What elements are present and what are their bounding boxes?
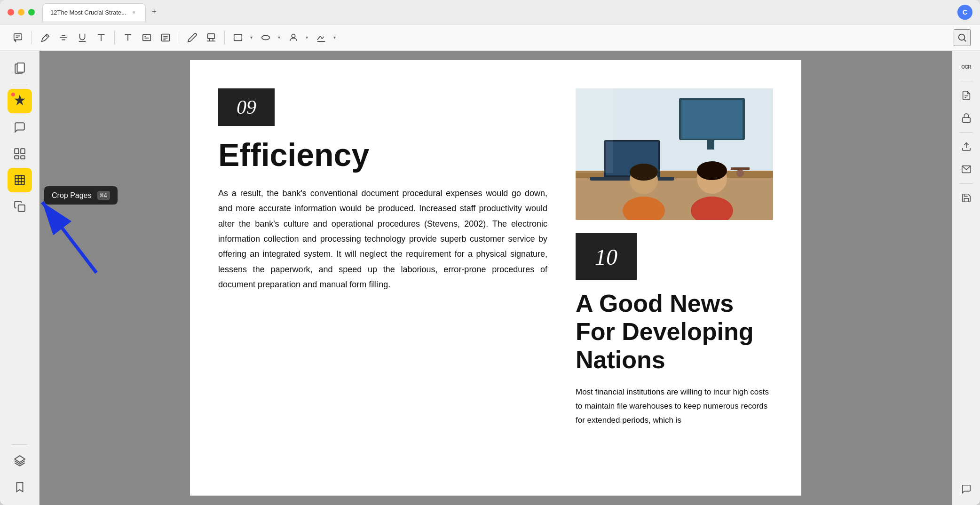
svg-rect-28 bbox=[17, 63, 24, 72]
main-area: 09 Efficiency As a result, the bank's co… bbox=[0, 51, 980, 505]
shape-dropdown-btn[interactable]: ▾ bbox=[275, 29, 283, 46]
underline-toolbar-btn[interactable] bbox=[74, 29, 91, 46]
toolbar-sep-3 bbox=[179, 31, 179, 44]
app-window: 12The Most Crucial Strate... × + C bbox=[0, 0, 980, 505]
shape-with-arrow: ▾ bbox=[257, 29, 283, 46]
avatar[interactable]: C bbox=[957, 5, 972, 20]
section-10-badge: 10 bbox=[576, 233, 637, 280]
minimize-button[interactable] bbox=[18, 9, 24, 16]
tab-bar: 12The Most Crucial Strate... × + bbox=[42, 3, 957, 21]
sidebar-bottom bbox=[8, 442, 32, 499]
page-right-col: 10 A Good News For Developing Nations Mo… bbox=[576, 88, 773, 467]
textbox-toolbar-btn[interactable] bbox=[138, 29, 155, 46]
sidebar-pages-btn[interactable] bbox=[8, 56, 32, 81]
sidebar-copy-btn[interactable] bbox=[8, 194, 32, 219]
active-tab[interactable]: 12The Most Crucial Strate... × bbox=[42, 3, 146, 21]
person-dropdown-btn[interactable]: ▾ bbox=[302, 29, 311, 46]
section-09-body: As a result, the bank's conventional doc… bbox=[218, 186, 547, 292]
svg-rect-33 bbox=[15, 175, 24, 185]
person-with-arrow: ▾ bbox=[285, 29, 311, 46]
svg-point-23 bbox=[292, 34, 295, 37]
toolbar: ▾ ▾ ▾ bbox=[0, 24, 980, 51]
rect-with-arrow: ▾ bbox=[229, 29, 255, 46]
svg-rect-10 bbox=[143, 34, 151, 40]
svg-rect-31 bbox=[15, 156, 19, 159]
svg-rect-43 bbox=[681, 100, 743, 139]
sidebar-bookmark-btn[interactable] bbox=[8, 475, 32, 499]
sidebar-div-1 bbox=[12, 85, 27, 85]
sidebar-highlight-btn[interactable] bbox=[8, 89, 32, 113]
document-properties-btn[interactable] bbox=[956, 85, 977, 106]
security-btn[interactable] bbox=[956, 108, 977, 128]
svg-rect-57 bbox=[731, 167, 750, 170]
share-btn[interactable] bbox=[956, 136, 977, 157]
svg-point-25 bbox=[959, 34, 965, 40]
sign-toolbar-btn[interactable] bbox=[313, 29, 330, 46]
right-div-1 bbox=[960, 81, 973, 81]
page-left-col: 09 Efficiency As a result, the bank's co… bbox=[218, 88, 547, 467]
list-toolbar-btn[interactable] bbox=[157, 29, 174, 46]
pen-toolbar-btn[interactable] bbox=[36, 29, 53, 46]
office-image bbox=[576, 88, 773, 220]
comment-toolbar-btn[interactable] bbox=[9, 29, 26, 46]
left-sidebar bbox=[0, 51, 40, 505]
text-toolbar-btn[interactable] bbox=[119, 29, 136, 46]
pencil-toolbar-btn[interactable] bbox=[184, 29, 201, 46]
svg-rect-0 bbox=[14, 33, 22, 39]
svg-rect-38 bbox=[18, 205, 24, 212]
svg-point-56 bbox=[736, 169, 744, 177]
document-area[interactable]: 09 Efficiency As a result, the bank's co… bbox=[40, 51, 952, 505]
svg-rect-44 bbox=[707, 140, 714, 150]
search-toolbar-btn[interactable] bbox=[954, 29, 971, 46]
text-t-toolbar-btn[interactable] bbox=[93, 29, 110, 46]
traffic-lights bbox=[8, 9, 35, 16]
document-page: 09 Efficiency As a result, the bank's co… bbox=[190, 60, 801, 496]
rect-dropdown-btn[interactable]: ▾ bbox=[247, 29, 255, 46]
sidebar-layers-btn[interactable] bbox=[8, 449, 32, 473]
ocr-btn[interactable]: OCR bbox=[956, 56, 977, 77]
sign-with-arrow: ▾ bbox=[313, 29, 339, 46]
notification-dot bbox=[11, 93, 15, 96]
tab-title: 12The Most Crucial Strate... bbox=[50, 9, 126, 16]
chat-btn[interactable] bbox=[956, 479, 977, 499]
svg-line-3 bbox=[46, 35, 47, 37]
toolbar-sep-2 bbox=[114, 31, 115, 44]
svg-point-52 bbox=[630, 164, 658, 181]
titlebar: 12The Most Crucial Strate... × + C bbox=[0, 0, 980, 24]
tab-close-button[interactable]: × bbox=[130, 8, 138, 16]
section-09-title: Efficiency bbox=[218, 137, 547, 173]
save-btn[interactable] bbox=[956, 188, 977, 208]
svg-rect-30 bbox=[21, 149, 25, 154]
new-tab-button[interactable]: + bbox=[148, 6, 161, 19]
sidebar-div-2 bbox=[12, 444, 27, 445]
svg-rect-21 bbox=[234, 34, 242, 40]
svg-point-55 bbox=[697, 161, 727, 180]
sidebar-crop-btn[interactable] bbox=[8, 168, 32, 192]
email-btn[interactable] bbox=[956, 159, 977, 180]
svg-rect-29 bbox=[15, 149, 19, 154]
svg-rect-58 bbox=[576, 88, 613, 173]
stamp-toolbar-btn[interactable] bbox=[203, 29, 220, 46]
maximize-button[interactable] bbox=[28, 9, 35, 16]
close-button[interactable] bbox=[8, 9, 14, 16]
sidebar-pages-panel-btn[interactable] bbox=[8, 142, 32, 166]
svg-point-22 bbox=[262, 35, 270, 39]
person-toolbar-btn[interactable] bbox=[285, 29, 302, 46]
svg-line-26 bbox=[964, 39, 966, 41]
sidebar-comments-btn[interactable] bbox=[8, 115, 32, 140]
right-div-2 bbox=[960, 132, 973, 133]
sign-dropdown-btn[interactable]: ▾ bbox=[330, 29, 339, 46]
svg-rect-17 bbox=[208, 33, 215, 38]
strikethrough-toolbar-btn[interactable] bbox=[55, 29, 72, 46]
svg-rect-32 bbox=[21, 156, 25, 159]
section-10-body: Most financial institutions are willing … bbox=[576, 385, 773, 427]
section-09-badge: 09 bbox=[218, 88, 275, 126]
toolbar-sep-1 bbox=[31, 31, 32, 44]
toolbar-sep-4 bbox=[224, 31, 225, 44]
right-sidebar: OCR bbox=[952, 51, 980, 505]
rect-toolbar-btn[interactable] bbox=[229, 29, 246, 46]
section-10-title: A Good News For Developing Nations bbox=[576, 290, 773, 374]
shape-toolbar-btn[interactable] bbox=[257, 29, 274, 46]
svg-rect-61 bbox=[962, 118, 970, 122]
right-div-3 bbox=[960, 183, 973, 184]
